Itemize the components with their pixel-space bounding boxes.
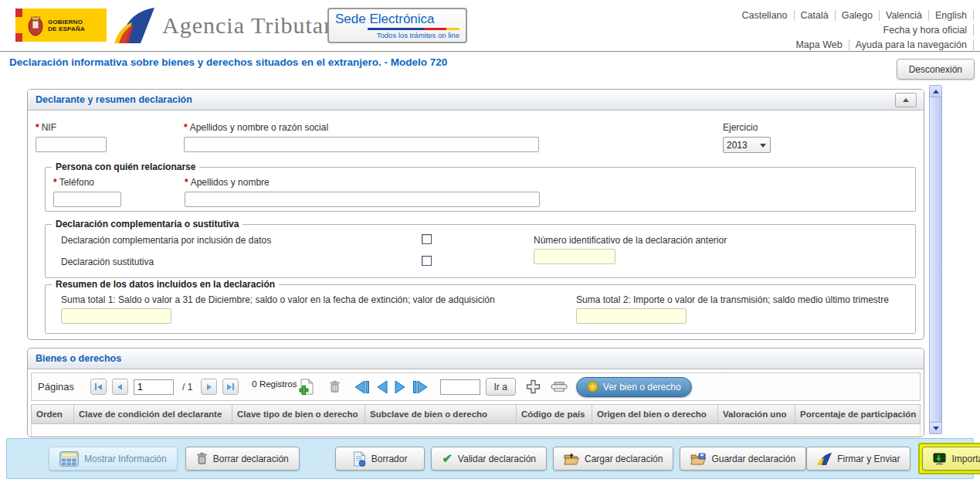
open-folder-icon	[564, 453, 579, 465]
last-page-button[interactable]	[222, 379, 239, 395]
delete-record-trash-icon[interactable]	[329, 380, 341, 393]
printer-icon[interactable]	[551, 382, 568, 392]
sustitutiva-checkbox[interactable]	[422, 256, 432, 266]
big-arrow-right-bar-icon	[412, 379, 429, 395]
suma-total-2-input[interactable]	[576, 308, 687, 324]
column-header-orden[interactable]: Orden	[32, 405, 74, 423]
mostrar-informacion-label: Mostrar Información	[84, 454, 167, 464]
column-header-origen[interactable]: Origen del bien o derecho	[592, 405, 718, 423]
telefono-group: *Teléfono	[53, 177, 121, 207]
goto-record-input[interactable]	[440, 379, 480, 395]
goto-button[interactable]: Ir a	[486, 378, 516, 396]
aeat-swoosh-icon	[114, 8, 154, 43]
separator	[973, 25, 974, 36]
scroll-down-button[interactable]	[930, 422, 941, 433]
validar-declaracion-button[interactable]: ✔ Validar declaración	[431, 447, 547, 471]
next-record-button[interactable]	[394, 379, 407, 395]
suma-total-1-label: Suma total 1: Saldo o valor a 31 de Dici…	[61, 294, 495, 305]
persona-apellidos-input[interactable]	[185, 192, 540, 207]
mostrar-informacion-button[interactable]: Mostrar Información	[49, 447, 178, 471]
ejercicio-value: 2013	[727, 140, 748, 151]
column-header-clave-tipo[interactable]: Clave tipo de bien o derecho	[232, 405, 365, 423]
chevron-down-icon	[933, 427, 939, 430]
green-check-icon: ✔	[442, 454, 452, 464]
nif-label: *NIF	[36, 122, 107, 133]
importar-button[interactable]: Importar	[922, 447, 980, 471]
ejercicio-select[interactable]: 2013	[723, 137, 771, 153]
big-arrow-left-icon	[375, 379, 388, 395]
column-header-porcentaje[interactable]: Porcentaje de participación	[795, 405, 920, 423]
arrow-right-icon	[207, 384, 212, 390]
resumen-fieldset: Resumen de los datos incluidos en la dec…	[45, 284, 916, 334]
collapse-arrow-icon	[903, 98, 909, 102]
gobierno-espana-logo: GOBIERNO DE ESPAÑA	[15, 8, 107, 42]
add-record-icon[interactable]	[299, 379, 314, 396]
complementaria-checkbox[interactable]	[422, 234, 432, 244]
vertical-scrollbar[interactable]	[929, 85, 942, 434]
first-record-button[interactable]	[354, 379, 370, 395]
lang-galego[interactable]: Galego	[836, 10, 879, 21]
first-page-button[interactable]	[90, 379, 107, 395]
firmar-y-enviar-label: Firmar y Enviar	[837, 454, 900, 464]
arrow-right-icon	[227, 384, 232, 390]
column-header-codigo-pais[interactable]: Código de país	[517, 405, 592, 423]
apellidos-input[interactable]	[184, 137, 539, 152]
lang-english[interactable]: English	[929, 10, 973, 21]
link-ayuda-navegacion[interactable]: Ayuda para la navegación	[849, 39, 973, 50]
lang-castellano[interactable]: Castellano	[735, 10, 793, 21]
ejercicio-label: Ejercicio	[723, 122, 771, 133]
borrar-declaracion-button[interactable]: Borrar declaración	[185, 447, 300, 471]
page-number-input[interactable]	[134, 379, 174, 395]
expand-plus-icon[interactable]	[526, 379, 541, 394]
sede-electronica-badge[interactable]: Sede Electrónica Todos los trámites on l…	[327, 8, 467, 43]
collapse-panel-button[interactable]	[895, 93, 917, 107]
column-header-valoracion[interactable]: Valoración uno	[718, 405, 795, 423]
telefono-input[interactable]	[53, 192, 121, 207]
persona-fieldset: Persona con quién relacionarse *Teléfono…	[45, 167, 916, 212]
agencia-tributaria-logo: Agencia Tributaria	[114, 8, 351, 43]
cargar-declaracion-button[interactable]: Cargar declaración	[553, 447, 673, 471]
scroll-up-button[interactable]	[930, 86, 941, 97]
next-page-button[interactable]	[201, 379, 217, 395]
separator	[973, 39, 974, 50]
bienes-table-header: Orden Clave de condición del declarante …	[31, 404, 921, 424]
lang-catala[interactable]: Català	[795, 10, 835, 21]
lang-valencia[interactable]: Valencià	[880, 10, 928, 21]
apellidos-label: *Apellidos y nombre o razón social	[184, 122, 539, 133]
page-total-label: / 1	[182, 382, 192, 393]
bienes-panel: Bienes o derechos Páginas / 1 0 Registro…	[27, 348, 924, 437]
cargar-declaracion-label: Cargar declaración	[585, 454, 663, 464]
link-fecha-y-hora[interactable]: Fecha y hora oficial	[877, 25, 973, 36]
ver-bien-o-derecho-button[interactable]: Ver bien o derecho	[576, 377, 692, 397]
big-arrow-right-icon	[394, 379, 407, 395]
last-record-button[interactable]	[412, 379, 429, 395]
coin-icon	[587, 381, 599, 393]
numero-identificativo-input[interactable]	[534, 249, 615, 264]
persona-apellidos-group: *Apellidos y nombre	[185, 177, 540, 207]
sustitutiva-label: Declaración sustitutiva	[61, 257, 154, 267]
bar-icon	[232, 383, 234, 390]
guardar-declaracion-button[interactable]: Guardar declaración	[680, 447, 806, 471]
borrador-label: Borrador	[371, 454, 408, 464]
prev-record-button[interactable]	[375, 379, 388, 395]
apellidos-group: *Apellidos y nombre o razón social	[184, 122, 539, 152]
big-arrow-left-bar-icon	[354, 379, 370, 395]
declarante-panel: Declarante y resumen declaración *NIF *A…	[27, 89, 924, 340]
sede-color-strip	[368, 28, 459, 30]
nif-input[interactable]	[36, 137, 107, 152]
persona-apellidos-label: *Apellidos y nombre	[185, 177, 540, 188]
agencia-tributaria-wordmark: Agencia Tributaria	[162, 12, 351, 39]
toolbar-left-group: Mostrar Información Borrar declaración	[49, 447, 300, 471]
firmar-y-enviar-button[interactable]: Firmar y Enviar	[806, 447, 910, 471]
borrador-button[interactable]: Borrador	[335, 447, 426, 471]
separator	[973, 10, 974, 21]
disconnect-button[interactable]: Desconexión	[897, 59, 975, 80]
suma-total-1-input[interactable]	[61, 308, 171, 324]
paginas-label: Páginas	[38, 381, 74, 393]
toolbar-right-group: Firmar y Enviar Importar Exportar	[806, 443, 980, 474]
validar-declaracion-label: Validar declaración	[458, 454, 536, 464]
link-mapa-web[interactable]: Mapa Web	[789, 39, 848, 50]
prev-page-button[interactable]	[112, 379, 128, 395]
column-header-clave-condicion[interactable]: Clave de condición del declarante	[74, 405, 232, 423]
column-header-subclave[interactable]: Subclave de bien o derecho	[365, 405, 517, 423]
